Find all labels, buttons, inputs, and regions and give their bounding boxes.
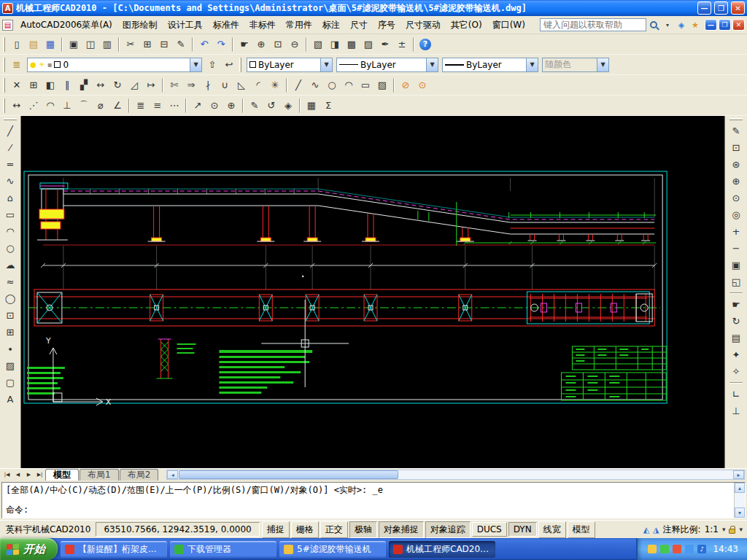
annotation-scale-value[interactable]: 1:1 [705, 524, 719, 534]
taskbar-item-download-manager[interactable]: 下载管理器 [170, 541, 276, 558]
zoom-dynamic-icon[interactable]: ⊛ [728, 157, 744, 172]
command-scrollbar[interactable]: ▴ ▾ [734, 483, 745, 518]
command-text-area[interactable]: [全部(A)/中心(C)/动态(D)/范围(E)/上一个(P)/比例(S)/窗口… [2, 483, 734, 518]
color-dropdown-arrow-icon[interactable]: ▼ [320, 58, 332, 71]
ellipse-icon[interactable]: ◯ [2, 291, 18, 306]
layer-thaw-sun-icon[interactable]: ☀ [39, 61, 45, 69]
offset-icon[interactable]: ∥ [59, 77, 75, 93]
baseline-dimension-icon[interactable]: ≡ [150, 98, 166, 114]
menu-item[interactable]: 序号 [373, 17, 400, 34]
redo-icon[interactable]: ↷ [213, 36, 229, 52]
cut-icon[interactable]: ✂ [123, 36, 139, 52]
linear-dimension-icon[interactable]: ↔ [9, 98, 25, 114]
stretch-icon[interactable]: ↦ [143, 77, 159, 93]
crosshair-cursor[interactable] [261, 300, 349, 387]
mtext-icon[interactable]: A [2, 392, 18, 407]
rectangle-icon[interactable]: ▭ [357, 77, 374, 93]
line-icon[interactable]: ╱ [290, 77, 306, 93]
lineweight-dropdown-arrow-icon[interactable]: ▼ [526, 58, 538, 71]
layer-lock-icon[interactable]: ▪ [47, 61, 53, 69]
menu-item[interactable]: 非标件 [244, 17, 281, 34]
menu-item[interactable]: 窗口(W) [487, 17, 530, 34]
plot-preview-icon[interactable]: ◫ [82, 36, 98, 52]
tray-icon-im[interactable] [648, 545, 657, 553]
menu-item[interactable]: 设计工具 [163, 17, 208, 34]
close-button[interactable]: ✕ [731, 1, 745, 15]
toolbar-lock-icon[interactable] [729, 529, 735, 534]
angular-dimension-icon[interactable]: ∠ [109, 98, 125, 114]
arc-icon[interactable]: ◠ [341, 77, 357, 93]
multiline-icon[interactable]: ═ [2, 157, 18, 172]
command-scrollbar-track[interactable] [735, 493, 745, 508]
app-icon[interactable]: A [2, 3, 13, 14]
chamfer-icon[interactable]: ◺ [233, 77, 249, 93]
tab-nav-button[interactable]: ◀ [12, 469, 23, 481]
revcloud-icon[interactable]: ☁ [2, 257, 18, 273]
layer-on-bulb-icon[interactable]: ● [30, 61, 36, 69]
toolbar-grip[interactable] [4, 118, 17, 120]
rotate-icon[interactable]: ↻ [109, 77, 125, 93]
copy-object-icon[interactable]: ⊞ [26, 77, 42, 93]
linetype-dropdown-arrow-icon[interactable]: ▼ [426, 58, 438, 71]
scrollbar-thumb[interactable] [179, 470, 398, 479]
continue-dimension-icon[interactable]: ⋯ [166, 98, 182, 114]
zoom-scale-icon[interactable]: ⊕ [728, 174, 744, 189]
clock[interactable]: 14:43 [713, 544, 738, 554]
scroll-up-icon[interactable]: ▴ [735, 483, 745, 493]
orbit-icon[interactable]: ↻ [728, 314, 744, 329]
start-button[interactable]: 开始 [0, 538, 58, 560]
polyline-icon[interactable]: ∿ [307, 77, 323, 93]
ucs-tool-icon[interactable]: ∟ [728, 386, 744, 402]
drawing-canvas[interactable]: Y X [20, 116, 725, 468]
break-icon[interactable]: ∤ [200, 77, 216, 93]
communication-center-icon[interactable]: ◈ [676, 19, 687, 31]
taskbar-item-folder[interactable]: 5#滤泥胶带输送机 [279, 541, 386, 558]
ucs-world-icon[interactable]: ⊥ [728, 403, 744, 419]
hatch-icon[interactable]: ▨ [374, 77, 390, 93]
circle-icon[interactable]: ○ [324, 77, 340, 93]
redraw-icon[interactable]: ✦ [728, 347, 744, 362]
spline-icon[interactable]: ≈ [2, 274, 18, 289]
pan-icon[interactable]: ☛ [236, 36, 252, 52]
new-icon[interactable]: ▯ [9, 36, 25, 52]
menu-item[interactable]: 标准件 [208, 17, 244, 34]
paste-icon[interactable]: ⊟ [156, 36, 172, 52]
search-icon[interactable] [649, 20, 659, 31]
ducs-toggle[interactable]: DUCS [472, 522, 507, 537]
menu-item[interactable]: 常用件 [281, 17, 317, 34]
zoom-previous-icon[interactable]: ⊖ [287, 36, 303, 52]
tool-palettes-icon[interactable]: ▩ [344, 36, 360, 52]
markup-set-manager-icon[interactable]: ✒ [377, 36, 393, 52]
explode-icon[interactable]: ✳ [267, 77, 283, 93]
arc-icon[interactable]: ◠ [2, 224, 18, 239]
osnap-toggle[interactable]: 对象捕捉 [379, 521, 424, 538]
scrollbar-track[interactable] [399, 470, 733, 479]
restore-button[interactable]: ❐ [714, 1, 728, 15]
make-objects-layer-current-icon[interactable]: ⇧ [204, 57, 220, 73]
toolbar-grip[interactable] [3, 98, 5, 113]
lineweight-toggle[interactable]: 线宽 [538, 521, 566, 538]
dimension-edit-icon[interactable]: ✎ [247, 98, 263, 114]
radius-dimension-icon[interactable]: ⌒ [76, 98, 92, 114]
tab-nav-button[interactable]: |◀ [1, 469, 12, 481]
document-minimize-button[interactable]: — [705, 19, 717, 31]
document-close-button[interactable]: ✕ [732, 19, 745, 31]
otrack-toggle[interactable]: 对象追踪 [425, 521, 471, 538]
menu-item[interactable]: 其它(O) [446, 17, 487, 34]
tolerance-icon[interactable]: ⊙ [206, 98, 222, 114]
sheet-set-manager-icon[interactable]: ▨ [360, 36, 376, 52]
annotation-visibility-icon[interactable]: ◭ [643, 525, 649, 534]
taskbar-item-cad[interactable]: 机械工程师CAD201... [389, 541, 495, 558]
taskbar-item-message[interactable]: 【新提醒】桁架皮... [61, 541, 167, 558]
open-icon[interactable]: ▤ [26, 36, 42, 52]
construction-line-icon[interactable]: ⁄ [2, 140, 18, 155]
tab-model[interactable]: 模型 [45, 469, 79, 481]
command-prompt[interactable]: 命令: [6, 504, 730, 516]
extend-icon[interactable]: ⇒ [183, 77, 199, 93]
scroll-down-icon[interactable]: ▾ [735, 508, 745, 518]
quick-dimension-icon[interactable]: ≣ [133, 98, 149, 114]
zoom-object-icon[interactable]: ◎ [728, 207, 744, 222]
line-icon[interactable]: ╱ [2, 123, 18, 139]
arc-length-icon[interactable]: ◠ [42, 98, 58, 114]
named-views-icon[interactable]: ▤ [728, 330, 744, 346]
